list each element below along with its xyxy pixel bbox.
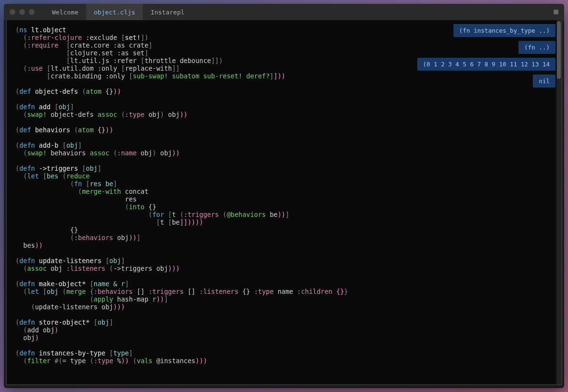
titlebar: Welcome object.cljs Instarepl xyxy=(4,4,564,20)
result-hint[interactable]: (fn ..) xyxy=(518,41,555,54)
sym: obj xyxy=(47,265,66,272)
paren: ) xyxy=(195,218,199,226)
vertical-scrollbar[interactable] xyxy=(556,20,561,384)
tab-welcome[interactable]: Welcome xyxy=(44,4,86,20)
fn: assoc xyxy=(27,265,47,272)
paren: ( xyxy=(15,326,27,334)
paren: ( xyxy=(15,149,27,157)
paren: ) xyxy=(144,34,148,41)
tab-object-cljs[interactable]: object.cljs xyxy=(86,4,143,20)
sym: :as xyxy=(109,41,129,49)
arg: obj xyxy=(86,164,97,172)
tab-instarepl[interactable]: Instarepl xyxy=(143,4,192,20)
kw: :children xyxy=(297,288,332,295)
kw: :type xyxy=(125,111,145,118)
kw-def: def xyxy=(19,88,31,95)
bracket: [ xyxy=(121,34,125,41)
sym: add xyxy=(27,326,39,334)
paren: ( xyxy=(90,357,93,365)
sym: {} xyxy=(144,203,156,211)
kw: :type xyxy=(254,288,274,295)
bracket: ] xyxy=(180,218,183,226)
bracket: [ xyxy=(105,257,109,265)
arg: type xyxy=(113,349,129,357)
kw: :behaviors xyxy=(74,234,113,241)
fn: swap! xyxy=(27,149,47,157)
paren: ) xyxy=(54,326,58,334)
bracket: ] xyxy=(211,57,215,64)
sym: bes xyxy=(15,241,35,249)
kw: :use xyxy=(27,64,43,72)
paren: ) xyxy=(168,265,172,272)
result-hint[interactable]: (0 1 2 3 4 5 6 7 8 9 10 11 12 13 14 xyxy=(417,58,555,71)
sym: be xyxy=(266,211,277,218)
result-hint[interactable]: nil xyxy=(533,75,555,88)
paren: ( xyxy=(15,295,94,303)
bracket: [ xyxy=(15,57,70,64)
paren: ( xyxy=(15,141,19,149)
paren: ( xyxy=(15,288,27,295)
fn: swap! xyxy=(27,111,47,118)
sym: lt.util.js xyxy=(70,57,109,64)
fn: vals xyxy=(137,357,153,365)
sym: {} xyxy=(238,288,254,295)
kw-let: let xyxy=(27,288,39,295)
fn-name: update-listeners xyxy=(35,257,105,265)
bracket: ] xyxy=(109,318,113,326)
bracket: ] xyxy=(176,64,180,72)
paren: ) xyxy=(153,149,156,157)
kw-defn: defn xyxy=(19,141,35,149)
sym: :as xyxy=(113,49,133,57)
fn-name: instances-by-type xyxy=(35,349,109,357)
maximize-icon[interactable] xyxy=(29,9,35,15)
sym: obj xyxy=(153,265,168,272)
sym: type xyxy=(66,357,90,365)
paren: ( xyxy=(129,357,137,365)
kw-defn: defn xyxy=(19,318,35,326)
paren: ) xyxy=(35,334,39,341)
close-icon[interactable] xyxy=(10,9,15,15)
paren: ( xyxy=(15,88,19,95)
sym: sub-swap! subatom sub-reset! deref? xyxy=(133,72,270,80)
sym: set! xyxy=(125,34,141,41)
fn-name: store-object* xyxy=(35,318,94,326)
fn: into xyxy=(129,203,145,211)
bracket: [ xyxy=(58,41,70,49)
sym: t xyxy=(160,218,164,226)
paren: ) xyxy=(109,126,113,134)
bracket: [ xyxy=(15,49,70,57)
minimize-icon[interactable] xyxy=(19,9,25,15)
paren: ( xyxy=(15,257,19,265)
paren: ( xyxy=(58,288,66,295)
paren: ) xyxy=(203,357,207,365)
paren: ( xyxy=(117,111,125,118)
result-hint[interactable]: (fn instances_by_type ..) xyxy=(453,24,555,37)
kw: :behaviors xyxy=(94,288,133,295)
sym: hash-map xyxy=(113,295,152,303)
arg: obj xyxy=(58,103,70,111)
sym: r xyxy=(152,295,156,303)
fn: apply xyxy=(94,295,114,303)
paren: ) xyxy=(188,218,192,226)
paren: ( xyxy=(15,318,19,326)
sym: be xyxy=(172,218,180,226)
fn: filter xyxy=(27,357,51,365)
sym: res xyxy=(15,195,137,203)
bracket: [ xyxy=(94,318,98,326)
bracket: [ xyxy=(90,280,93,288)
bracket: ] xyxy=(144,49,148,57)
fn: atom xyxy=(86,88,102,95)
paren: ( xyxy=(15,303,35,311)
bracket: ] xyxy=(164,295,168,303)
scroll-thumb[interactable] xyxy=(557,21,561,79)
tab-bar: Welcome object.cljs Instarepl xyxy=(44,4,192,20)
editor-window: Welcome object.cljs Instarepl (ns lt.obj… xyxy=(4,4,564,388)
sym: obj xyxy=(113,234,129,241)
paren: ( xyxy=(15,164,19,172)
bracket: [ xyxy=(39,172,47,180)
bracket: [ xyxy=(164,211,172,218)
kw-for: for xyxy=(152,211,164,218)
paren: ( xyxy=(15,41,27,49)
kw: :name xyxy=(117,149,137,157)
kw-defn: defn xyxy=(19,349,35,357)
